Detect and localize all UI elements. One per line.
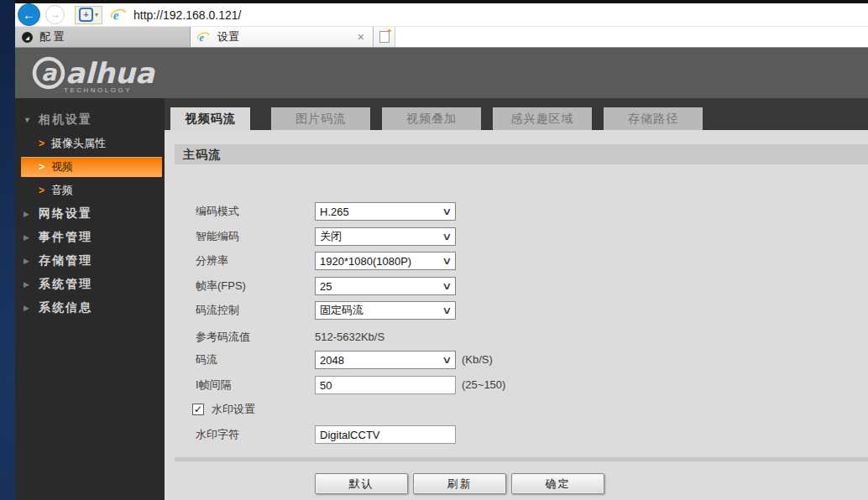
tab-row-filler [395, 27, 868, 47]
encode-mode-select[interactable]: H.265 ∨ [315, 202, 456, 221]
form-row-encode-mode: 编码模式 H.265 ∨ [165, 202, 868, 221]
sidebar-item-label: 存储管理 [39, 253, 92, 268]
logo-text-a: a [41, 60, 58, 86]
triangle-right-icon: ▶ [24, 233, 35, 242]
back-button[interactable]: ← [18, 3, 40, 26]
browser-tab-settings[interactable]: e 设置 × [191, 27, 374, 47]
form-row-bitrate-control: 码流控制 固定码流 ∨ [165, 301, 868, 320]
form-row-frame-rate: 帧率(FPS) 25 ∨ [165, 277, 868, 295]
iframe-interval-label: I帧间隔 [196, 376, 232, 394]
triangle-right-icon: ▶ [24, 210, 35, 218]
tab-storage-path[interactable]: 存储路径 [604, 107, 703, 130]
chevron-down-icon: ∨ [442, 280, 452, 292]
address-bar[interactable]: http://192.168.0.121/ [133, 8, 241, 22]
bitrate-value: 2048 [320, 354, 344, 367]
logo-text: alhua [65, 56, 156, 90]
tab-snapshot-stream[interactable]: 图片码流 [271, 107, 370, 130]
sidebar-item-label: 系统管理 [39, 277, 92, 292]
address-toolbar: ← → + ▾ e http://192.168.0.121/ [15, 3, 868, 26]
settings-tab-strip: 视频码流 图片码流 视频叠加 感兴趣区域 存储路径 [165, 98, 868, 130]
chevron-down-icon: ∨ [442, 305, 452, 316]
page-body: ▼ 相机设置 > 摄像头属性 > 视频 > 音频 [15, 98, 868, 500]
compatibility-view-button[interactable]: + ▾ [75, 6, 102, 24]
bitrate-label: 码流 [196, 351, 217, 369]
new-tab-page-icon: ✦ [379, 31, 390, 43]
tab-video-stream[interactable]: 视频码流 [170, 107, 250, 130]
webpage: a alhua TECHNOLOGY ▼ 相机设置 > 摄像头属性 [15, 48, 868, 500]
sidebar-item-system-management[interactable]: ▶ 系统管理 [15, 273, 165, 296]
smart-codec-value: 关闭 [320, 229, 342, 244]
desktop-background: ← → + ▾ e http://192.168.0.121/ ◢ 配 置 [0, 0, 868, 500]
form-row-bitrate: 码流 2048 ∨ (Kb/S) [165, 351, 868, 369]
config-favicon-icon: ◢ [22, 32, 33, 43]
refresh-button[interactable]: 刷新 [413, 473, 506, 494]
check-icon: ✓ [194, 404, 202, 414]
shield-plus-icon: + [79, 8, 93, 22]
browser-tab-config[interactable]: ◢ 配 置 [15, 27, 191, 47]
sidebar-item-label: 视频 [51, 159, 73, 174]
sidebar-nav: ▼ 相机设置 > 摄像头属性 > 视频 > 音频 [15, 98, 165, 500]
sidebar-item-label: 系统信息 [39, 300, 92, 315]
form-row-watermark-text: 水印字符 [165, 425, 868, 444]
ie-logo-icon: e [111, 8, 126, 23]
sidebar-item-system-info[interactable]: ▶ 系统信息 [15, 296, 165, 320]
frame-rate-select[interactable]: 25 ∨ [315, 277, 456, 295]
browser-tab-config-label: 配 置 [39, 29, 65, 44]
ref-bitrate-label: 参考码流值 [196, 328, 250, 346]
sidebar-item-event-management[interactable]: ▶ 事件管理 [15, 226, 165, 249]
section-title-main-stream: 主码流 [175, 144, 868, 164]
page-header: a alhua TECHNOLOGY [15, 48, 868, 98]
bitrate-control-value: 固定码流 [320, 303, 363, 318]
form-row-iframe-interval: I帧间隔 (25~150) [165, 376, 868, 394]
sidebar-item-camera-settings[interactable]: ▼ 相机设置 [15, 108, 165, 132]
sidebar-item-camera-attributes[interactable]: > 摄像头属性 [15, 132, 165, 155]
browser-window: ← → + ▾ e http://192.168.0.121/ ◢ 配 置 [15, 0, 868, 500]
sidebar-item-storage-management[interactable]: ▶ 存储管理 [15, 249, 165, 273]
form-row-resolution: 分辨率 1920*1080(1080P) ∨ [165, 252, 868, 270]
close-tab-icon[interactable]: × [356, 31, 366, 43]
watermark-text-input[interactable] [315, 425, 456, 444]
smart-codec-label: 智能编码 [196, 227, 239, 246]
form-row-ref-bitrate: 参考码流值 512-5632Kb/S [165, 328, 868, 346]
new-tab-button[interactable]: ✦ [374, 27, 395, 47]
sidebar-item-video[interactable]: > 视频 [21, 157, 162, 177]
dahua-logo: a alhua TECHNOLOGY [29, 53, 188, 95]
resolution-select[interactable]: 1920*1080(1080P) ∨ [315, 252, 456, 270]
sidebar-item-label: 相机设置 [39, 112, 92, 128]
browser-tab-settings-label: 设置 [217, 29, 239, 44]
section-divider [175, 457, 868, 461]
favicon-wedge-glyph: ◢ [25, 34, 29, 40]
resolution-label: 分辨率 [196, 252, 228, 270]
triangle-right-icon: ▶ [24, 280, 35, 289]
tab-video-overlay[interactable]: 视频叠加 [382, 107, 481, 130]
watermark-text-label: 水印字符 [196, 425, 239, 444]
bitrate-control-label: 码流控制 [196, 301, 239, 320]
default-button[interactable]: 默认 [315, 473, 408, 494]
tab-roi[interactable]: 感兴趣区域 [493, 107, 592, 130]
watermark-label: 水印设置 [212, 401, 255, 418]
form-row-watermark: ✓ 水印设置 [165, 401, 868, 419]
settings-content: 主码流 编码模式 H.265 ∨ 智能编码 关闭 [165, 130, 868, 500]
chevron-down-icon: ∨ [442, 231, 452, 242]
sidebar-item-audio[interactable]: > 音频 [15, 179, 165, 202]
triangle-right-icon: ▶ [24, 257, 35, 265]
sub-arrow-icon: > [39, 185, 44, 196]
forward-button[interactable]: → [45, 5, 65, 24]
watermark-checkbox[interactable]: ✓ [192, 404, 204, 415]
iframe-interval-input[interactable] [315, 376, 456, 394]
iframe-interval-range: (25~150) [462, 376, 505, 394]
encode-mode-label: 编码模式 [196, 202, 239, 221]
sidebar-item-network-settings[interactable]: ▶ 网络设置 [15, 202, 165, 226]
triangle-down-icon: ▼ [24, 116, 35, 124]
bitrate-control-select[interactable]: 固定码流 ∨ [315, 301, 456, 320]
chevron-down-icon: ∨ [442, 354, 452, 366]
smart-codec-select[interactable]: 关闭 ∨ [315, 227, 456, 246]
sidebar-item-label: 摄像头属性 [51, 136, 106, 151]
logo-tagline: TECHNOLOGY [64, 86, 132, 94]
bitrate-select[interactable]: 2048 ∨ [315, 351, 456, 369]
ref-bitrate-value: 512-5632Kb/S [315, 328, 384, 346]
resolution-value: 1920*1080(1080P) [320, 255, 411, 268]
sub-arrow-icon: > [39, 138, 44, 149]
form-row-smart-codec: 智能编码 关闭 ∨ [165, 227, 868, 246]
ok-button[interactable]: 确定 [511, 473, 604, 494]
